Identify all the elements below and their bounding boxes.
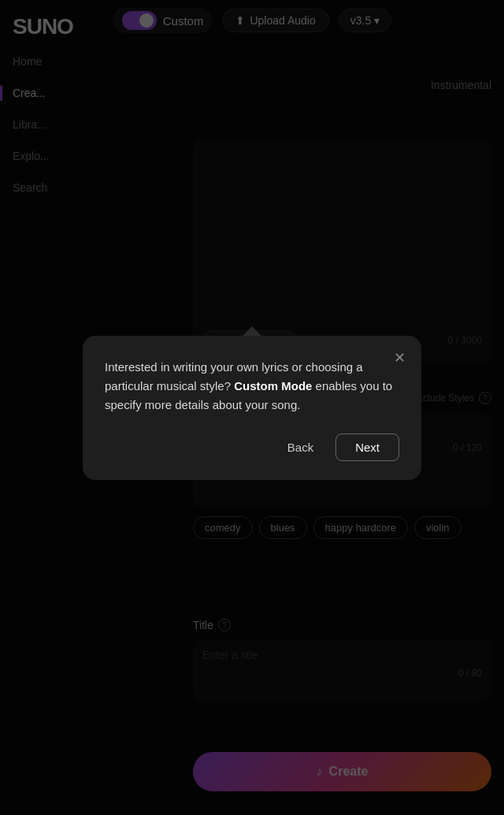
custom-mode-modal: ✕ Interested in writing your own lyrics … — [83, 336, 421, 480]
modal-actions: Back Next — [105, 434, 399, 461]
next-button[interactable]: Next — [335, 434, 399, 461]
modal-text-bold: Custom Mode — [234, 379, 312, 393]
close-icon: ✕ — [394, 349, 406, 367]
modal-text: Interested in writing your own lyrics or… — [105, 358, 399, 415]
modal-close-button[interactable]: ✕ — [388, 347, 410, 369]
modal-arrow — [243, 326, 261, 336]
modal-overlay: ✕ Interested in writing your own lyrics … — [0, 0, 504, 815]
back-button[interactable]: Back — [275, 434, 326, 461]
